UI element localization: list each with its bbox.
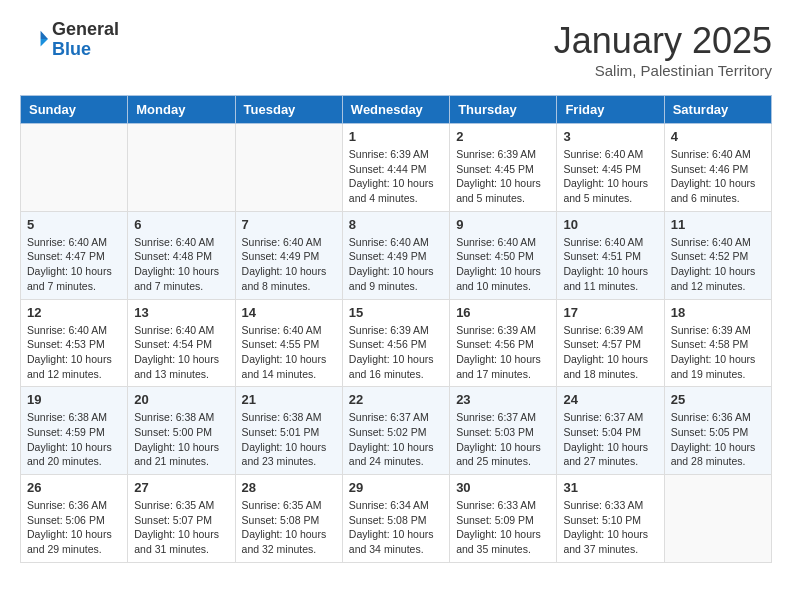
day-info: Sunrise: 6:36 AM Sunset: 5:06 PM Dayligh… — [27, 498, 121, 557]
calendar-header-row: SundayMondayTuesdayWednesdayThursdayFrid… — [21, 96, 772, 124]
calendar-cell: 6Sunrise: 6:40 AM Sunset: 4:48 PM Daylig… — [128, 211, 235, 299]
day-info: Sunrise: 6:39 AM Sunset: 4:56 PM Dayligh… — [349, 323, 443, 382]
day-number: 6 — [134, 217, 228, 232]
logo-text: General Blue — [52, 20, 119, 60]
day-number: 19 — [27, 392, 121, 407]
day-number: 18 — [671, 305, 765, 320]
day-number: 5 — [27, 217, 121, 232]
day-number: 25 — [671, 392, 765, 407]
location: Salim, Palestinian Territory — [554, 62, 772, 79]
calendar-cell: 14Sunrise: 6:40 AM Sunset: 4:55 PM Dayli… — [235, 299, 342, 387]
day-number: 28 — [242, 480, 336, 495]
logo: General Blue — [20, 20, 119, 60]
calendar-cell: 17Sunrise: 6:39 AM Sunset: 4:57 PM Dayli… — [557, 299, 664, 387]
calendar-week-row: 19Sunrise: 6:38 AM Sunset: 4:59 PM Dayli… — [21, 387, 772, 475]
day-info: Sunrise: 6:40 AM Sunset: 4:47 PM Dayligh… — [27, 235, 121, 294]
day-number: 31 — [563, 480, 657, 495]
calendar-table: SundayMondayTuesdayWednesdayThursdayFrid… — [20, 95, 772, 563]
day-number: 21 — [242, 392, 336, 407]
calendar-cell: 4Sunrise: 6:40 AM Sunset: 4:46 PM Daylig… — [664, 124, 771, 212]
calendar-cell: 24Sunrise: 6:37 AM Sunset: 5:04 PM Dayli… — [557, 387, 664, 475]
day-info: Sunrise: 6:40 AM Sunset: 4:48 PM Dayligh… — [134, 235, 228, 294]
day-info: Sunrise: 6:38 AM Sunset: 4:59 PM Dayligh… — [27, 410, 121, 469]
month-title: January 2025 — [554, 20, 772, 62]
day-number: 7 — [242, 217, 336, 232]
day-number: 17 — [563, 305, 657, 320]
calendar-cell: 1Sunrise: 6:39 AM Sunset: 4:44 PM Daylig… — [342, 124, 449, 212]
column-header-friday: Friday — [557, 96, 664, 124]
calendar-cell: 18Sunrise: 6:39 AM Sunset: 4:58 PM Dayli… — [664, 299, 771, 387]
calendar-week-row: 5Sunrise: 6:40 AM Sunset: 4:47 PM Daylig… — [21, 211, 772, 299]
day-info: Sunrise: 6:37 AM Sunset: 5:04 PM Dayligh… — [563, 410, 657, 469]
day-info: Sunrise: 6:33 AM Sunset: 5:10 PM Dayligh… — [563, 498, 657, 557]
day-info: Sunrise: 6:40 AM Sunset: 4:53 PM Dayligh… — [27, 323, 121, 382]
calendar-cell — [664, 475, 771, 563]
calendar-cell: 7Sunrise: 6:40 AM Sunset: 4:49 PM Daylig… — [235, 211, 342, 299]
day-info: Sunrise: 6:39 AM Sunset: 4:56 PM Dayligh… — [456, 323, 550, 382]
column-header-tuesday: Tuesday — [235, 96, 342, 124]
day-number: 12 — [27, 305, 121, 320]
day-number: 23 — [456, 392, 550, 407]
day-info: Sunrise: 6:40 AM Sunset: 4:49 PM Dayligh… — [242, 235, 336, 294]
day-info: Sunrise: 6:40 AM Sunset: 4:45 PM Dayligh… — [563, 147, 657, 206]
calendar-cell — [128, 124, 235, 212]
day-info: Sunrise: 6:35 AM Sunset: 5:08 PM Dayligh… — [242, 498, 336, 557]
calendar-cell: 28Sunrise: 6:35 AM Sunset: 5:08 PM Dayli… — [235, 475, 342, 563]
calendar-cell: 16Sunrise: 6:39 AM Sunset: 4:56 PM Dayli… — [450, 299, 557, 387]
day-number: 4 — [671, 129, 765, 144]
day-number: 30 — [456, 480, 550, 495]
calendar-cell: 15Sunrise: 6:39 AM Sunset: 4:56 PM Dayli… — [342, 299, 449, 387]
column-header-sunday: Sunday — [21, 96, 128, 124]
day-number: 2 — [456, 129, 550, 144]
day-number: 8 — [349, 217, 443, 232]
calendar-cell: 26Sunrise: 6:36 AM Sunset: 5:06 PM Dayli… — [21, 475, 128, 563]
day-info: Sunrise: 6:40 AM Sunset: 4:49 PM Dayligh… — [349, 235, 443, 294]
logo-general: General — [52, 20, 119, 40]
calendar-cell: 22Sunrise: 6:37 AM Sunset: 5:02 PM Dayli… — [342, 387, 449, 475]
column-header-thursday: Thursday — [450, 96, 557, 124]
calendar-cell: 9Sunrise: 6:40 AM Sunset: 4:50 PM Daylig… — [450, 211, 557, 299]
day-info: Sunrise: 6:40 AM Sunset: 4:50 PM Dayligh… — [456, 235, 550, 294]
calendar-cell: 31Sunrise: 6:33 AM Sunset: 5:10 PM Dayli… — [557, 475, 664, 563]
calendar-cell: 20Sunrise: 6:38 AM Sunset: 5:00 PM Dayli… — [128, 387, 235, 475]
logo-icon — [20, 26, 48, 54]
day-number: 3 — [563, 129, 657, 144]
column-header-wednesday: Wednesday — [342, 96, 449, 124]
calendar-cell: 27Sunrise: 6:35 AM Sunset: 5:07 PM Dayli… — [128, 475, 235, 563]
calendar-week-row: 1Sunrise: 6:39 AM Sunset: 4:44 PM Daylig… — [21, 124, 772, 212]
day-number: 20 — [134, 392, 228, 407]
calendar-cell: 30Sunrise: 6:33 AM Sunset: 5:09 PM Dayli… — [450, 475, 557, 563]
calendar-cell: 8Sunrise: 6:40 AM Sunset: 4:49 PM Daylig… — [342, 211, 449, 299]
day-number: 24 — [563, 392, 657, 407]
calendar-cell — [235, 124, 342, 212]
day-info: Sunrise: 6:40 AM Sunset: 4:54 PM Dayligh… — [134, 323, 228, 382]
day-number: 13 — [134, 305, 228, 320]
day-info: Sunrise: 6:40 AM Sunset: 4:52 PM Dayligh… — [671, 235, 765, 294]
day-number: 27 — [134, 480, 228, 495]
day-info: Sunrise: 6:40 AM Sunset: 4:51 PM Dayligh… — [563, 235, 657, 294]
calendar-cell: 12Sunrise: 6:40 AM Sunset: 4:53 PM Dayli… — [21, 299, 128, 387]
day-number: 16 — [456, 305, 550, 320]
calendar-cell: 21Sunrise: 6:38 AM Sunset: 5:01 PM Dayli… — [235, 387, 342, 475]
day-info: Sunrise: 6:36 AM Sunset: 5:05 PM Dayligh… — [671, 410, 765, 469]
day-number: 11 — [671, 217, 765, 232]
day-info: Sunrise: 6:35 AM Sunset: 5:07 PM Dayligh… — [134, 498, 228, 557]
calendar-week-row: 26Sunrise: 6:36 AM Sunset: 5:06 PM Dayli… — [21, 475, 772, 563]
calendar-cell: 5Sunrise: 6:40 AM Sunset: 4:47 PM Daylig… — [21, 211, 128, 299]
page-header: General Blue January 2025 Salim, Palesti… — [20, 20, 772, 79]
day-info: Sunrise: 6:37 AM Sunset: 5:02 PM Dayligh… — [349, 410, 443, 469]
day-number: 1 — [349, 129, 443, 144]
calendar-cell: 19Sunrise: 6:38 AM Sunset: 4:59 PM Dayli… — [21, 387, 128, 475]
day-info: Sunrise: 6:39 AM Sunset: 4:57 PM Dayligh… — [563, 323, 657, 382]
column-header-monday: Monday — [128, 96, 235, 124]
day-info: Sunrise: 6:34 AM Sunset: 5:08 PM Dayligh… — [349, 498, 443, 557]
day-info: Sunrise: 6:33 AM Sunset: 5:09 PM Dayligh… — [456, 498, 550, 557]
day-info: Sunrise: 6:40 AM Sunset: 4:55 PM Dayligh… — [242, 323, 336, 382]
day-number: 22 — [349, 392, 443, 407]
day-info: Sunrise: 6:38 AM Sunset: 5:00 PM Dayligh… — [134, 410, 228, 469]
calendar-cell: 25Sunrise: 6:36 AM Sunset: 5:05 PM Dayli… — [664, 387, 771, 475]
day-number: 29 — [349, 480, 443, 495]
day-number: 14 — [242, 305, 336, 320]
calendar-cell: 13Sunrise: 6:40 AM Sunset: 4:54 PM Dayli… — [128, 299, 235, 387]
day-info: Sunrise: 6:39 AM Sunset: 4:58 PM Dayligh… — [671, 323, 765, 382]
